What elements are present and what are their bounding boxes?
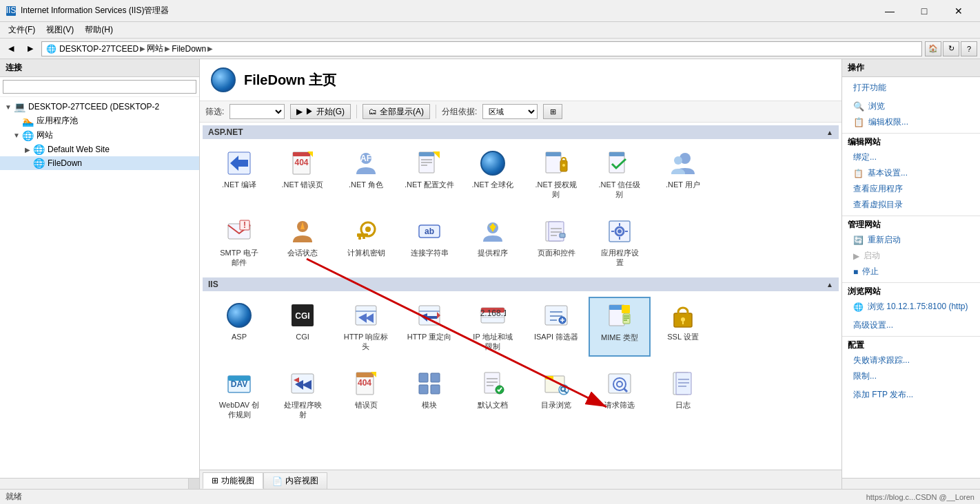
smtp-item[interactable]: ! SMTP 电子邮件: [208, 213, 270, 273]
tree-item-server[interactable]: ▼ 💻 DESKTOP-27TCEED (DESKTOP-2: [0, 100, 199, 114]
net-config-item[interactable]: .NET 配置文件: [398, 145, 460, 204]
start-button[interactable]: ▶ ▶ 开始(G): [290, 104, 351, 119]
aspnet-toggle[interactable]: ▲: [826, 129, 833, 136]
maximize-button[interactable]: □: [908, 0, 940, 22]
svg-rect-75: [623, 314, 630, 324]
filter-divider2: [436, 105, 436, 118]
stop-action[interactable]: ■ 停止: [842, 264, 980, 280]
filter-select[interactable]: [229, 104, 285, 119]
help-button[interactable]: ?: [961, 41, 977, 56]
modules-icon: [416, 370, 443, 397]
error-pages-item[interactable]: 404 错误页: [335, 365, 397, 425]
home-button[interactable]: 🏠: [925, 41, 941, 56]
pages-item[interactable]: 页面和控件: [525, 213, 587, 273]
isapi-item[interactable]: ISAPI 筛选器: [525, 297, 587, 357]
handler-mapping-item[interactable]: 处理程序映射: [272, 365, 334, 425]
minimize-button[interactable]: —: [874, 0, 906, 22]
right-panel: 操作 打开功能 🔍 浏览 📋 编辑权限... 编辑网站 绑: [842, 59, 980, 489]
advanced-settings-label: 高级设置...: [853, 319, 893, 331]
refresh-button[interactable]: ↻: [943, 41, 959, 56]
providers-item[interactable]: 提供程序: [462, 213, 524, 273]
view-apps-action[interactable]: 查看应用程序: [842, 181, 980, 197]
net-auth-item[interactable]: .NET 授权规则: [525, 145, 587, 204]
group-select[interactable]: 区域: [482, 104, 538, 119]
stop-icon: ■: [853, 267, 858, 277]
iis-row2-grid: DAV WebDAV 创作规则: [203, 362, 839, 428]
net-global-item[interactable]: .NET 全球化: [462, 145, 524, 204]
app-settings-item[interactable]: 应用程序设置: [589, 213, 651, 273]
request-filter-item[interactable]: 请求筛选: [589, 365, 651, 425]
connection-str-item[interactable]: ab 连接字符串: [398, 213, 460, 273]
modules-item[interactable]: 模块: [398, 365, 460, 425]
address-field[interactable]: 🌐 DESKTOP-27TCEED ▶ 网站 ▶ FileDown ▶: [41, 41, 922, 56]
ssl-item[interactable]: SSL 设置: [652, 297, 714, 357]
failed-req-action[interactable]: 失败请求跟踪...: [842, 353, 980, 368]
http-response-item[interactable]: HTTP 响应标头: [335, 297, 397, 357]
restart-action[interactable]: 🔄 重新启动: [842, 232, 980, 248]
machine-key-item[interactable]: 计算机密钥: [335, 213, 397, 273]
mime-item[interactable]: MIME 类型: [589, 297, 651, 357]
view-vdirs-action[interactable]: 查看虚拟目录: [842, 197, 980, 213]
grid-view-button[interactable]: ⊞: [543, 104, 562, 119]
add-ftp-action[interactable]: 添加 FTP 发布...: [842, 387, 980, 403]
net-global-label: .NET 全球化: [472, 180, 514, 189]
app-icon: IIS: [6, 6, 17, 17]
net-role-item[interactable]: AF .NET 角色: [335, 145, 397, 204]
advanced-settings-action[interactable]: 高级设置...: [842, 317, 980, 333]
close-button[interactable]: ✕: [943, 0, 974, 22]
net-compile-item[interactable]: .NET 编译: [208, 145, 270, 204]
edit-perms-action[interactable]: 📋 编辑权限...: [842, 114, 980, 130]
handler-mapping-label: 处理程序映射: [284, 400, 322, 420]
net-error-item[interactable]: 404 .NET 错误页: [272, 145, 334, 204]
net-trust-item[interactable]: .NET 信任级别: [589, 145, 651, 204]
cgi-item[interactable]: CGI CGI: [272, 297, 334, 357]
default-doc-icon: [479, 370, 507, 397]
machine-key-label: 计算机密钥: [347, 248, 385, 258]
menu-file[interactable]: 文件(F): [3, 23, 41, 37]
webdav-icon: DAV: [225, 370, 253, 397]
default-site-icon: 🌐: [33, 144, 45, 155]
tree-item-apppool[interactable]: 🏊 应用程序池: [0, 114, 199, 128]
content-view-label: 内容视图: [285, 475, 318, 487]
content-view-tab[interactable]: 📄 内容视图: [263, 472, 327, 489]
show-all-button[interactable]: 🗂 全部显示(A): [363, 104, 430, 119]
window-controls[interactable]: — □ ✕: [874, 0, 974, 22]
svg-text:CGI: CGI: [295, 311, 309, 321]
search-input[interactable]: [3, 80, 196, 94]
tree-item-sites[interactable]: ▼ 🌐 网站: [0, 128, 199, 143]
session-item[interactable]: 会话状态: [272, 213, 334, 273]
http-redirect-item[interactable]: HTTP 重定向: [398, 297, 460, 357]
bind-action[interactable]: 绑定...: [842, 149, 980, 165]
menu-help[interactable]: 帮助(H): [79, 23, 119, 37]
basic-settings-action[interactable]: 📋 基本设置...: [842, 165, 980, 181]
open-feature-action[interactable]: 打开功能: [842, 80, 980, 96]
center-header: FileDown 主页: [200, 59, 841, 101]
browse-8100-action[interactable]: 🌐 浏览 10.12.1.75:8100 (http): [842, 299, 980, 315]
webdav-item[interactable]: DAV WebDAV 创作规则: [208, 365, 270, 425]
logging-item[interactable]: 日志: [652, 365, 714, 425]
forward-button[interactable]: ▶: [22, 41, 39, 56]
tree-item-filedown[interactable]: 🌐 FileDown: [0, 156, 199, 170]
iis-toggle[interactable]: ▲: [826, 281, 833, 288]
feature-view-tab[interactable]: ⊞ 功能视图: [203, 472, 263, 489]
default-doc-item[interactable]: 默认文档: [462, 365, 524, 425]
addr-arrow1: ▶: [140, 45, 145, 52]
ip-restrict-item[interactable]: 192.168.1.1 IP 地址和域限制: [462, 297, 524, 357]
cgi-label: CGI: [296, 332, 309, 342]
connections-header: 连接: [0, 59, 199, 77]
limits-action[interactable]: 限制...: [842, 368, 980, 384]
ip-restrict-label: IP 地址和域限制: [473, 332, 512, 352]
back-button[interactable]: ◀: [3, 41, 19, 56]
tree-item-default-site[interactable]: ▶ 🌐 Default Web Site: [0, 143, 199, 156]
net-users-item[interactable]: .NET 用户: [652, 145, 714, 204]
browse-action[interactable]: 🔍 浏览: [842, 98, 980, 114]
menu-view[interactable]: 视图(V): [41, 23, 79, 37]
config-group-title: 配置: [842, 336, 980, 353]
dir-browse-item[interactable]: 目录浏览: [525, 365, 587, 425]
default-site-label: Default Web Site: [48, 145, 110, 154]
panel-search-area: [0, 77, 199, 97]
content-area[interactable]: ASP.NET ▲ .NET 编译: [200, 123, 841, 470]
pages-label: 页面和控件: [538, 248, 575, 258]
session-label: 会话状态: [287, 248, 318, 258]
asp-item[interactable]: ASP: [208, 297, 270, 357]
